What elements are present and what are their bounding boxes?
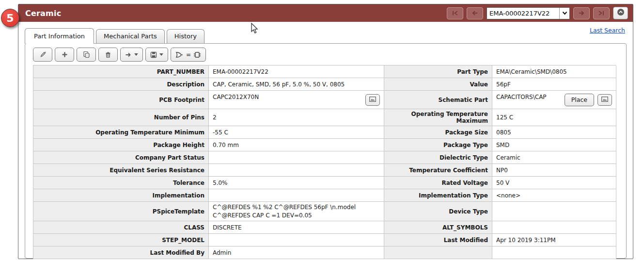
part-information-panel: = PART_NUMBER EMA-00002217V22 Part Type …: [25, 43, 627, 259]
pencil-icon: [39, 51, 47, 58]
save-icon: [150, 51, 157, 58]
field-value: 0805: [492, 126, 616, 139]
last-part-button[interactable]: [593, 7, 610, 19]
field-label: Implementation: [33, 189, 209, 202]
trash-icon: [105, 51, 111, 58]
field-value: NP0: [492, 164, 616, 177]
field-value: C^@REFDES %1 %2 C^@REFDES 56pF \n.model …: [209, 202, 384, 221]
field-label: Part Type: [384, 66, 492, 78]
circle-up-arrow-icon: [617, 8, 625, 18]
field-label: Rated Voltage: [384, 177, 492, 189]
tab-history[interactable]: History: [167, 29, 204, 43]
chip-icon: [193, 51, 201, 58]
field-label: Package Type: [384, 139, 492, 151]
field-label: STEP_MODEL: [33, 234, 209, 246]
field-value: 5.0%: [209, 177, 384, 189]
field-label: Value: [384, 78, 492, 91]
tab-bar: Part Information Mechanical Parts Histor…: [25, 28, 627, 43]
part-details-window: Ceramic EMA-00002217V22 Last Search: [18, 4, 633, 259]
toolbar: =: [25, 44, 626, 64]
header-bar: Ceramic EMA-00002217V22: [18, 4, 633, 22]
delete-button[interactable]: [98, 48, 118, 62]
field-label: Company Part Status: [33, 151, 209, 164]
field-label: Device Type: [384, 202, 492, 221]
place-button[interactable]: Place: [565, 94, 594, 106]
collapse-header-button[interactable]: [613, 7, 628, 19]
field-label: PSpiceTemplate: [33, 202, 209, 221]
image-icon: [601, 96, 608, 103]
first-part-button[interactable]: [447, 7, 463, 19]
field-value: SMD: [492, 139, 616, 151]
field-label: CLASS: [33, 221, 209, 234]
caret-down-icon: [159, 53, 163, 56]
annotation-badge: 5: [1, 9, 19, 27]
field-label: Operating Temperature Maximum: [384, 109, 492, 126]
field-value: CAPACITORS\CAP Place: [492, 91, 616, 109]
field-label: Number of Pins: [33, 109, 209, 126]
field-label: Last Modified By: [33, 246, 209, 259]
field-value: [492, 246, 616, 259]
arrow-right-icon: [578, 10, 585, 16]
page-title: Ceramic: [25, 9, 61, 18]
save-button[interactable]: [145, 48, 168, 62]
field-value: 2: [209, 109, 384, 126]
field-label: Equivalent Series Resistance: [33, 164, 209, 177]
transfer-button[interactable]: [120, 48, 143, 62]
schematic-part-actions: Place: [565, 94, 612, 106]
caret-down-icon: [134, 53, 138, 56]
tab-part-information[interactable]: Part Information: [25, 28, 94, 44]
selected-part-number: EMA-00002217V22: [487, 8, 559, 19]
next-part-button[interactable]: [573, 7, 590, 19]
field-value: 56pF: [492, 78, 616, 91]
add-button[interactable]: [55, 48, 74, 62]
field-label: PCB Footprint: [33, 91, 209, 109]
first-icon: [452, 10, 458, 16]
field-label: Description: [33, 78, 209, 91]
field-value: -55 C: [209, 126, 384, 139]
part-number-select[interactable]: EMA-00002217V22: [487, 7, 570, 19]
field-label: Implementation Type: [384, 189, 492, 202]
field-label: [384, 246, 492, 259]
part-attributes-table: PART_NUMBER EMA-00002217V22 Part Type EM…: [33, 65, 616, 259]
arrow-left-icon: [471, 10, 478, 16]
symbol-preview-button[interactable]: [597, 94, 612, 106]
field-value: [209, 164, 384, 177]
field-value: Ceramic: [492, 151, 616, 164]
field-value: [492, 221, 616, 234]
field-value: CAPC2012X70N: [209, 91, 384, 109]
field-value: 0.70 mm: [209, 139, 384, 151]
previous-part-button[interactable]: [467, 7, 483, 19]
pcb-footprint-value: CAPC2012X70N: [213, 92, 259, 100]
field-label: Operating Temperature Minimum: [33, 126, 209, 139]
field-label: Tolerance: [33, 177, 209, 189]
field-value: [209, 234, 384, 246]
field-label: Last Modified: [384, 234, 492, 246]
tab-mechanical-parts[interactable]: Mechanical Parts: [96, 29, 165, 43]
field-value: EMA\Ceramic\SMD\0805: [492, 66, 616, 78]
chevron-down-icon: [559, 8, 569, 19]
copy-icon: [83, 51, 90, 58]
field-value: [209, 189, 384, 202]
arrow-right-icon: [125, 52, 132, 58]
field-value: EMA-00002217V22: [209, 66, 384, 78]
field-label: Temperature Coefficient: [384, 164, 492, 177]
field-value: DISCRETE: [209, 221, 384, 234]
equals-icon: =: [186, 51, 191, 58]
field-value: Apr 10 2019 3:11PM: [492, 234, 616, 246]
field-label: Dielectric Type: [384, 151, 492, 164]
field-value: CAP, Ceramic, SMD, 56 pF, 5.0 %, 50 V, 0…: [209, 78, 384, 91]
image-icon: [369, 96, 376, 103]
symbol-footprint-check-button[interactable]: =: [171, 48, 206, 62]
field-label: ALT_SYMBOLS: [384, 221, 492, 234]
copy-button[interactable]: [77, 48, 96, 62]
field-label: Package Height: [33, 139, 209, 151]
field-value: Admin: [209, 246, 384, 259]
edit-button[interactable]: [33, 48, 52, 62]
footprint-preview-button[interactable]: [365, 94, 380, 106]
schematic-part-value: CAPACITORS\CAP: [496, 92, 547, 100]
field-value: 50 V: [492, 177, 616, 189]
last-icon: [598, 10, 605, 16]
field-value: [492, 202, 616, 221]
part-navigation: EMA-00002217V22: [447, 7, 628, 19]
field-value: [209, 151, 384, 164]
